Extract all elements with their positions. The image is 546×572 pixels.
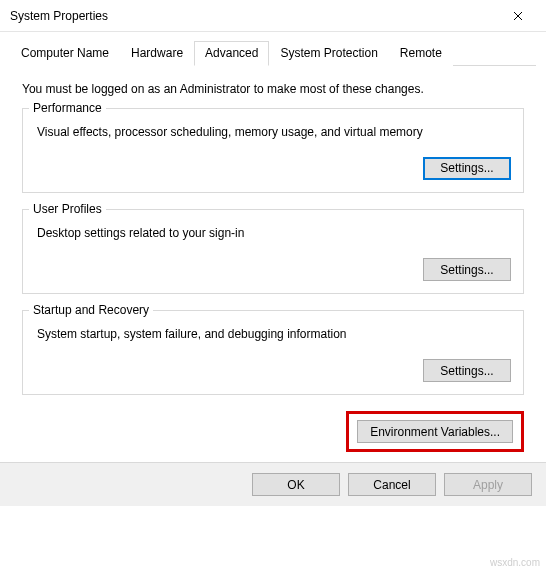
watermark: wsxdn.com xyxy=(490,557,540,568)
group-legend-user-profiles: User Profiles xyxy=(29,202,106,216)
tab-strip: Computer Name Hardware Advanced System P… xyxy=(10,40,536,66)
env-vars-highlight: Environment Variables... xyxy=(346,411,524,452)
environment-variables-button[interactable]: Environment Variables... xyxy=(357,420,513,443)
dialog-footer: OK Cancel Apply xyxy=(0,462,546,506)
close-button[interactable] xyxy=(498,2,538,30)
apply-button[interactable]: Apply xyxy=(444,473,532,496)
tab-computer-name[interactable]: Computer Name xyxy=(10,41,120,66)
performance-desc: Visual effects, processor scheduling, me… xyxy=(37,125,511,139)
user-profiles-settings-button[interactable]: Settings... xyxy=(423,258,511,281)
titlebar: System Properties xyxy=(0,0,546,32)
startup-recovery-settings-button[interactable]: Settings... xyxy=(423,359,511,382)
group-startup-recovery: Startup and Recovery System startup, sys… xyxy=(22,310,524,395)
performance-settings-button[interactable]: Settings... xyxy=(423,157,511,180)
group-performance: Performance Visual effects, processor sc… xyxy=(22,108,524,193)
tab-system-protection[interactable]: System Protection xyxy=(269,41,388,66)
group-legend-startup-recovery: Startup and Recovery xyxy=(29,303,153,317)
tab-remote[interactable]: Remote xyxy=(389,41,453,66)
user-profiles-desc: Desktop settings related to your sign-in xyxy=(37,226,511,240)
close-icon xyxy=(513,11,523,21)
ok-button[interactable]: OK xyxy=(252,473,340,496)
group-user-profiles: User Profiles Desktop settings related t… xyxy=(22,209,524,294)
admin-note: You must be logged on as an Administrato… xyxy=(22,82,524,96)
cancel-button[interactable]: Cancel xyxy=(348,473,436,496)
tab-advanced[interactable]: Advanced xyxy=(194,41,269,66)
startup-recovery-desc: System startup, system failure, and debu… xyxy=(37,327,511,341)
env-vars-row: Environment Variables... xyxy=(22,411,524,452)
window-title: System Properties xyxy=(10,9,498,23)
tab-content-advanced: You must be logged on as an Administrato… xyxy=(0,66,546,395)
group-legend-performance: Performance xyxy=(29,101,106,115)
tab-hardware[interactable]: Hardware xyxy=(120,41,194,66)
